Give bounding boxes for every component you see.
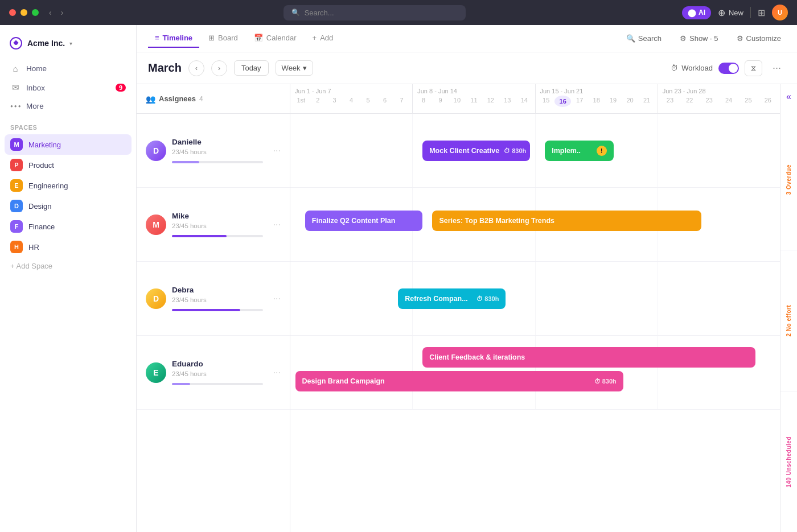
assignee-row-danielle: D Danielle 23/45 hours ··· — [137, 114, 290, 188]
more-dots-debra[interactable]: ··· — [273, 294, 281, 304]
assignee-count: 4 — [199, 95, 203, 103]
date-group-2: Jun 8 - Jun 14 8 9 10 11 12 13 14 — [413, 84, 535, 113]
maximize-button[interactable] — [32, 9, 39, 16]
new-button[interactable]: ⊕ New — [718, 7, 743, 18]
date-range-label-3: Jun 15 - Jun 21 — [536, 84, 658, 96]
today-button[interactable]: Today — [234, 60, 269, 76]
tab-add[interactable]: + Add — [306, 29, 340, 48]
sidebar-item-inbox[interactable]: ✉ Inbox 9 — [5, 78, 132, 97]
task-label-mock-client: Mock Client Creative — [429, 147, 499, 155]
timeline-right-controls: ⏱ Workload ⧖ ··· — [671, 59, 786, 77]
assignee-hours-debra: 23/45 hours — [172, 296, 273, 303]
inbox-icon: ✉ — [10, 83, 20, 93]
task-mock-client[interactable]: Mock Client Creative ⏱ 830h — [422, 141, 530, 161]
tab-board[interactable]: ⊞ Board — [202, 29, 245, 48]
space-item-engineering[interactable]: E Engineering — [5, 175, 132, 196]
more-icon: ●●● — [10, 104, 20, 109]
task-implement[interactable]: Implem.. ! — [545, 141, 613, 161]
show-button[interactable]: ⚙ Show · 5 — [675, 32, 723, 45]
tab-calendar-label: Calendar — [266, 34, 297, 42]
board-icon: ⊞ — [208, 34, 215, 42]
space-item-marketing[interactable]: M Marketing — [5, 134, 132, 155]
task-label-client-feedback: Client Feedback & iterations — [429, 353, 525, 361]
overdue-label[interactable]: 3 Overdue — [780, 109, 797, 250]
tab-timeline[interactable]: ≡ Timeline — [148, 29, 199, 48]
timeline-icon: ≡ — [155, 34, 159, 42]
ai-button[interactable]: ⬤ AI — [682, 6, 711, 19]
content-area: ≡ Timeline ⊞ Board 📅 Calendar + Add — [137, 25, 797, 532]
global-search-bar[interactable]: 🔍 Search... — [284, 5, 466, 20]
no-effort-label[interactable]: 2 No effort — [780, 250, 797, 391]
search-toolbar-icon: 🔍 — [626, 34, 635, 43]
space-label-product: Product — [28, 161, 54, 170]
date-range-label-4: Jun 23 - Jun 28 — [658, 84, 780, 96]
task-finalize-q2[interactable]: Finalize Q2 Content Plan — [305, 211, 422, 231]
next-month-button[interactable]: › — [211, 60, 227, 76]
week-dropdown[interactable]: Week ▾ — [276, 60, 313, 76]
tab-add-label: Add — [320, 34, 333, 42]
overdue-count: 3 — [786, 191, 792, 195]
grid-icon[interactable]: ⊞ — [758, 7, 765, 18]
task-client-feedback[interactable]: Client Feedback & iterations — [422, 347, 755, 368]
task-design-brand[interactable]: Design Brand Campaign ⏱ 830h — [295, 371, 623, 391]
unscheduled-label[interactable]: 140 Unscheduled — [780, 391, 797, 532]
month-label: March — [148, 61, 182, 75]
spaces-list: M Marketing P Product E Engineering D De… — [0, 134, 136, 257]
progress-fill-debra — [172, 309, 240, 311]
space-dot-finance: F — [10, 220, 23, 233]
task-hours-design-brand: ⏱ 830h — [590, 378, 617, 385]
workspace-header[interactable]: Acme Inc. ▾ — [0, 32, 136, 57]
workload-toggle[interactable] — [718, 63, 739, 74]
minimize-button[interactable] — [20, 9, 27, 16]
assignees-icon: 👥 — [146, 94, 155, 104]
assignee-hours-danielle: 23/45 hours — [172, 149, 273, 155]
close-button[interactable] — [9, 9, 16, 16]
space-item-design[interactable]: D Design — [5, 196, 132, 216]
ai-label: AI — [699, 9, 705, 17]
date-group-3: Jun 15 - Jun 21 15 16 17 18 19 20 21 — [536, 84, 658, 113]
prev-month-button[interactable]: ‹ — [188, 60, 204, 76]
tab-calendar[interactable]: 📅 Calendar — [247, 29, 303, 48]
workspace-name: Acme Inc. — [27, 39, 65, 48]
right-labels: « 3 Overdue 2 No effort — [780, 84, 797, 532]
unscheduled-count: 140 — [786, 477, 792, 487]
avatar-danielle: D — [146, 141, 166, 161]
plus-icon: ⊕ — [718, 7, 725, 18]
more-dots-danielle[interactable]: ··· — [273, 146, 281, 156]
more-dots-eduardo[interactable]: ··· — [273, 368, 281, 378]
forward-button[interactable]: › — [57, 7, 67, 18]
more-dots-mike[interactable]: ··· — [273, 220, 281, 230]
search-placeholder: Search... — [305, 9, 334, 17]
week-chevron: ▾ — [303, 64, 307, 72]
timeline-grid: Jun 1 - Jun 7 1st 2 3 4 5 6 7 — [290, 84, 780, 532]
task-label-series-b2b: Series: Top B2B Marketing Trends — [439, 217, 554, 225]
date-range-label-2: Jun 8 - Jun 14 — [413, 84, 535, 96]
space-item-product[interactable]: P Product — [5, 155, 132, 175]
timeline-row-mike: Finalize Q2 Content Plan Series: Top B2B… — [290, 188, 780, 262]
task-refresh-company[interactable]: Refresh Compan... ⏱ 830h — [398, 288, 506, 309]
assignee-row-mike: M Mike 23/45 hours ··· — [137, 188, 290, 262]
search-toolbar-button[interactable]: 🔍 Search — [622, 32, 666, 45]
sidebar-item-home[interactable]: ⌂ Home — [5, 59, 132, 78]
task-series-b2b[interactable]: Series: Top B2B Marketing Trends — [432, 211, 701, 231]
space-item-hr[interactable]: H HR — [5, 237, 132, 257]
filter-button[interactable]: ⧖ — [745, 60, 762, 76]
sidebar: Acme Inc. ▾ ⌂ Home ✉ Inbox 9 ●●● More S — [0, 25, 137, 532]
add-space-button[interactable]: + Add Space — [0, 257, 136, 275]
sidebar-item-more[interactable]: ●●● More — [5, 97, 132, 115]
collapse-right-button[interactable]: « — [780, 84, 797, 109]
task-hours-refresh: ⏱ 830h — [472, 295, 499, 302]
customize-button[interactable]: ⚙ Customize — [732, 32, 786, 45]
date-group-1: Jun 1 - Jun 7 1st 2 3 4 5 6 7 — [290, 84, 413, 113]
progress-fill-danielle — [172, 161, 199, 163]
back-button[interactable]: ‹ — [46, 7, 55, 18]
more-options-button[interactable]: ··· — [768, 59, 786, 77]
space-label-hr: HR — [28, 243, 39, 251]
assignees-column: 👥 Assignees 4 D Danielle 23/45 hours — [137, 84, 290, 532]
timeline-dates-header: Jun 1 - Jun 7 1st 2 3 4 5 6 7 — [290, 84, 780, 114]
assignee-info-mike: Mike 23/45 hours — [172, 212, 273, 237]
space-item-finance[interactable]: F Finance — [5, 216, 132, 237]
user-avatar[interactable]: U — [772, 5, 788, 20]
date-range-label-1: Jun 1 - Jun 7 — [290, 84, 412, 96]
workload-button[interactable]: ⏱ Workload — [671, 64, 713, 72]
